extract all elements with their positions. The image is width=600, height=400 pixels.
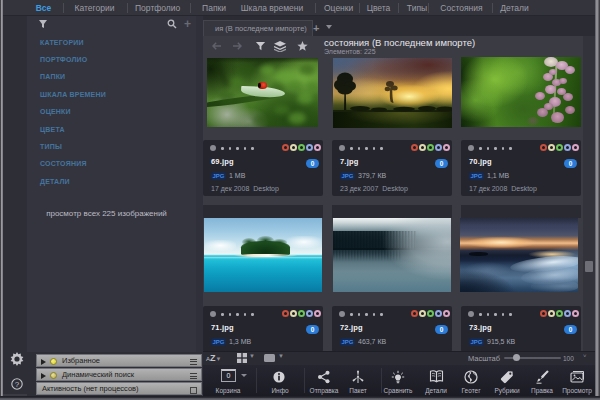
svg-text:?: ?	[15, 380, 20, 389]
